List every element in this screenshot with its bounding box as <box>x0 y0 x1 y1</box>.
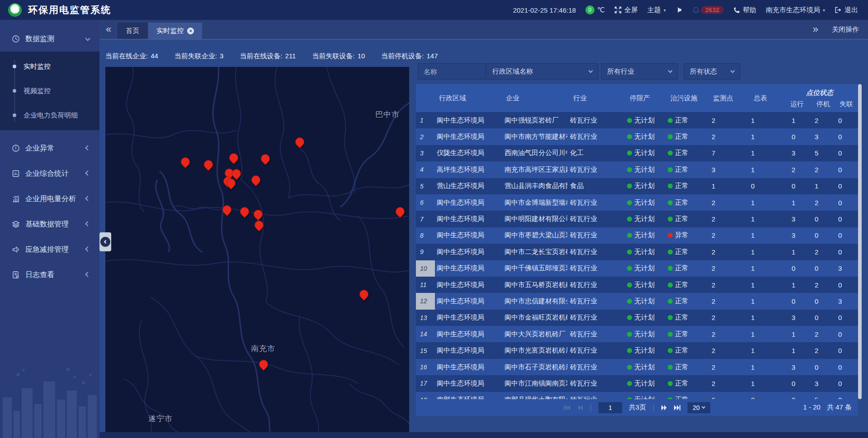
sidebar-subitem-label: 企业电力负荷明细 <box>24 111 78 120</box>
cell-company: 阆中明阳建材有限公司 <box>500 211 567 227</box>
group-title: 点位状态 <box>782 86 857 97</box>
cell-pollution-facility: 正常 <box>658 277 701 293</box>
page-size-select[interactable]: 20 <box>687 402 711 414</box>
sidebar-item-power-usage-analysis[interactable]: 企业用电量分析 <box>0 186 99 212</box>
table-row[interactable]: 10 阆中生态环境局 阆中千佛镇五郎垭页岩 砖瓦行业 无计划 正常 2 1 0 … <box>416 260 858 277</box>
industry-select[interactable]: 所有行业 <box>601 63 678 80</box>
table-row[interactable]: 17 阆中生态环境局 阆中市江南镇阆南页岩 砖瓦行业 无计划 正常 2 1 0 … <box>416 375 858 391</box>
city-skyline-watermark <box>0 357 99 438</box>
table-row[interactable]: 6 阆中生态环境局 阆中市金博瑞新型墙材 砖瓦行业 无计划 正常 2 1 1 2… <box>416 194 858 211</box>
fullscreen-button[interactable]: 全屏 <box>614 6 638 14</box>
status-dot <box>668 184 673 188</box>
chevron-down-icon <box>702 405 705 409</box>
stat-item: 当前在线企业: 44 <box>105 52 158 61</box>
row-index: 16 <box>416 359 435 375</box>
sound-button[interactable] <box>675 6 683 14</box>
cell-production-limit: 无计划 <box>610 342 658 358</box>
table-row[interactable]: 7 阆中生态环境局 阆中明阳建材有限公司 砖瓦行业 无计划 正常 2 1 3 0… <box>416 211 858 227</box>
region-select[interactable]: 行政区域名称 <box>486 63 598 80</box>
cell-offline: 0 <box>831 359 857 375</box>
cell-company: 阆中强锐页岩砖厂 <box>500 112 567 128</box>
table-row[interactable]: 4 高坪生态环境局 南充市高坪区王家店建 砖瓦行业 无计划 正常 3 1 2 2… <box>416 161 858 178</box>
table-row[interactable]: 12 阆中生态环境局 阆中市忠信建材有限公 砖瓦行业 无计划 正常 2 1 0 … <box>416 293 858 309</box>
table-row[interactable]: 2 阆中生态环境局 阆中市南方节能建材有 砖瓦行业 无计划 正常 2 1 0 3… <box>416 128 858 145</box>
sidebar-item-enterprise-abnormal[interactable]: 企业异常 <box>0 136 99 161</box>
sidebar-item-log-view[interactable]: 日志查看 <box>0 262 99 287</box>
table-row[interactable]: 9 阆中生态环境局 阆中市二龙长宝页岩砖 砖瓦行业 无计划 正常 2 1 1 2… <box>416 244 858 260</box>
column-header-company: 企业 <box>500 84 567 112</box>
org-dropdown[interactable]: 南充市生态环境局▾ <box>766 6 825 14</box>
cell-total-meter: 1 <box>741 310 782 326</box>
last-page-button[interactable] <box>674 405 681 411</box>
table-row[interactable]: 8 阆中生态环境局 阆中市枣碧大梁山页岩 砖瓦行业 无计划 异常 2 1 3 0… <box>416 227 858 244</box>
status-dot <box>627 134 632 139</box>
cell-offline: 0 <box>831 326 857 342</box>
sidebar-item-base-data-management[interactable]: 基础数据管理 <box>0 212 99 237</box>
status-dot <box>627 266 632 271</box>
row-index: 10 <box>416 260 435 277</box>
close-actions-button[interactable]: 关闭操作 <box>832 25 859 34</box>
table-row[interactable]: 1 阆中生态环境局 阆中强锐页岩砖厂 砖瓦行业 无计划 正常 2 1 1 2 0 <box>416 112 858 128</box>
cell-total-meter: 0 <box>741 178 782 194</box>
table-row[interactable]: 16 阆中生态环境局 阆中市石子页岩机砖厂 砖瓦行业 无计划 正常 2 1 3 … <box>416 359 858 375</box>
table-row[interactable]: 15 阆中生态环境局 阆中市光富页岩机砖厂 砖瓦行业 无计划 正常 2 1 1 … <box>416 342 858 358</box>
stat-item: 当前失联设备: 10 <box>312 52 365 61</box>
sidebar-item-power-load-detail[interactable]: 企业电力负荷明细 <box>0 103 99 127</box>
chevron-left-icon <box>85 170 90 175</box>
chevron-down-icon: ▾ <box>823 8 825 13</box>
sidebar-item-enterprise-statistics[interactable]: 企业综合统计 <box>0 161 99 186</box>
table-row[interactable]: 13 阆中生态环境局 阆中市金福旺页岩机砖 砖瓦行业 无计划 正常 2 1 3 … <box>416 310 858 326</box>
cell-offline: 0 <box>831 375 857 391</box>
sidebar-subitem-label: 视频监控 <box>24 87 51 95</box>
map-city-label: 巴中市 <box>375 109 400 120</box>
first-page-button[interactable] <box>563 405 571 411</box>
cell-running: 0 <box>782 178 807 194</box>
table-row[interactable]: 11 阆中生态环境局 阆中市五马桥页岩机砖 砖瓦行业 无计划 正常 2 1 1 … <box>416 277 858 293</box>
chevron-down-icon <box>589 69 593 73</box>
help-button[interactable]: 帮助 <box>733 6 756 14</box>
sidebar-item-emergency-reduction[interactable]: 应急减排管理 <box>0 237 99 262</box>
cell-pollution-facility: 正常 <box>658 260 701 277</box>
chevron-left-icon <box>85 272 90 277</box>
tab-close-icon[interactable]: × <box>187 28 194 34</box>
tabs-scroll-right-button[interactable]: » <box>813 24 818 35</box>
enterprise-map[interactable]: 巴中市 南充市 遂宁市 <box>105 67 409 432</box>
cell-monitor-points: 2 <box>701 244 741 260</box>
table-scrollbar[interactable] <box>858 84 862 399</box>
cell-industry: 砖瓦行业 <box>567 375 610 391</box>
cell-offline: 0 <box>831 178 857 194</box>
notifications-button[interactable]: 2632 <box>692 6 724 14</box>
logout-button[interactable]: 退出 <box>835 6 858 14</box>
cell-company: 阆中市江南镇阆南页岩 <box>500 375 567 391</box>
tab-realtime-monitor[interactable]: 实时监控 × <box>148 23 202 39</box>
name-search-input[interactable] <box>418 63 486 80</box>
sidebar-submenu: 实时监控 视频监控 企业电力负荷明细 <box>0 52 99 130</box>
cell-running: 3 <box>782 211 807 227</box>
row-index: 9 <box>416 244 435 260</box>
sidebar-item-video-monitor[interactable]: 视频监控 <box>0 79 99 103</box>
table-row[interactable]: 5 营山生态环境局 营山县润丰肉食品有限 食品 无计划 正常 1 0 0 1 0 <box>416 178 858 194</box>
page-number-input[interactable] <box>598 402 623 414</box>
cell-halted: 0 <box>807 260 831 277</box>
table-body: 1 阆中生态环境局 阆中强锐页岩砖厂 砖瓦行业 无计划 正常 2 1 1 2 0 <box>416 112 858 399</box>
chevron-left-icon <box>85 196 90 201</box>
status-select[interactable]: 所有状态 <box>684 63 740 80</box>
table-row[interactable]: 14 阆中生态环境局 阆中大兴页岩机砖厂 砖瓦行业 无计划 正常 2 1 1 2… <box>416 326 858 342</box>
status-dot <box>627 200 632 205</box>
sidebar-collapse-handle[interactable] <box>99 232 111 251</box>
table-row[interactable]: 18 南部生态环境局 南部县砚华土陶有限公 砖瓦行业 无计划 正常 6 0 0 … <box>416 392 858 399</box>
table-row[interactable]: 3 仪陇生态环境局 西南油气田分公司川中 化工 无计划 正常 7 1 3 5 0 <box>416 145 858 161</box>
cell-total-meter: 0 <box>741 392 782 399</box>
next-page-button[interactable] <box>661 405 667 411</box>
column-header-offline: 失联 <box>831 100 857 108</box>
cell-region: 南部生态环境局 <box>435 392 500 399</box>
sidebar-item-realtime-monitor[interactable]: 实时监控 <box>0 54 99 79</box>
sidebar-item-data-monitoring[interactable]: 数据监测 <box>0 26 99 52</box>
previous-page-button[interactable] <box>577 405 583 411</box>
tabs-scroll-left-button[interactable]: « <box>99 20 118 38</box>
stat-value: 10 <box>358 52 365 61</box>
tab-home[interactable]: 首页 <box>118 23 147 39</box>
chevron-down-icon <box>85 36 90 41</box>
cell-running: 0 <box>782 260 807 277</box>
theme-dropdown[interactable]: 主题▾ <box>647 6 666 14</box>
